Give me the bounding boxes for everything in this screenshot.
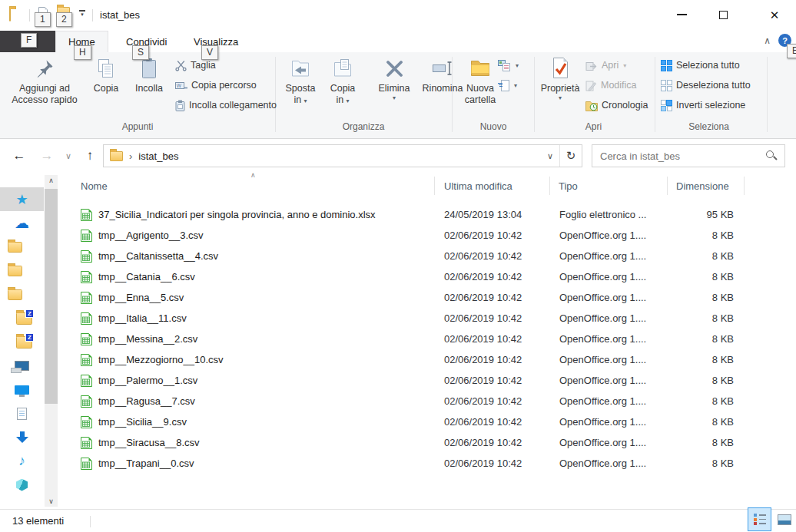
spreadsheet-file-icon	[81, 458, 92, 470]
nav-pane-item[interactable]	[0, 187, 44, 211]
nav-pane-item[interactable]	[0, 211, 44, 235]
breadcrumb-folder[interactable]: istat_bes	[138, 150, 178, 162]
scrollbar-thumb[interactable]	[45, 189, 58, 404]
recent-locations-dropdown[interactable]: ∨	[60, 144, 77, 167]
search-icon[interactable]	[764, 150, 778, 162]
search-input[interactable]	[592, 150, 764, 162]
column-header-size[interactable]: Dimensione	[676, 175, 729, 197]
copy-path-button[interactable]: W Copia percorso	[175, 77, 257, 94]
chevron-down-icon: ▾	[304, 97, 307, 104]
invert-selection-icon	[661, 100, 672, 111]
delete-button[interactable]: Elimina ▾	[371, 54, 417, 102]
nav-pane-item[interactable]	[0, 259, 44, 283]
deselect-all-button[interactable]: Deseleziona tutto	[661, 77, 751, 94]
nav-pane-item[interactable]	[0, 425, 44, 449]
nav-pane-item[interactable]	[0, 401, 44, 425]
file-row[interactable]: tmp__Italia__11.csv 02/06/2019 10:42 Ope…	[65, 308, 796, 329]
new-item-icon	[498, 60, 511, 71]
file-row[interactable]: tmp__Caltanissetta__4.csv 02/06/2019 10:…	[65, 246, 796, 266]
paste-shortcut-button[interactable]: Incolla collegamento	[175, 97, 277, 114]
spreadsheet-file-icon	[81, 437, 92, 449]
column-separator[interactable]	[549, 177, 550, 195]
up-button[interactable]: ↑	[78, 144, 101, 167]
column-separator[interactable]	[667, 177, 668, 195]
nav-pane-item[interactable]	[0, 378, 44, 401]
scroll-up-icon[interactable]: ∧	[45, 175, 58, 186]
file-type: OpenOffice.org 1....	[549, 437, 667, 448]
keytip-condividi: S	[132, 45, 149, 60]
forward-button[interactable]: →	[35, 144, 58, 167]
content-area: ∧ ∨ ∧ Nome Ultima modifica Tipo Dimensio…	[0, 173, 796, 509]
file-row[interactable]: tmp__Trapani__0.csv 02/06/2019 10:42 Ope…	[65, 453, 796, 474]
file-size: 8 KB	[667, 375, 744, 386]
nav-pane-item[interactable]	[0, 473, 44, 497]
nav-pane-item[interactable]	[0, 283, 44, 306]
file-type: OpenOffice.org 1....	[549, 354, 667, 365]
file-row[interactable]: tmp__Ragusa__7.csv 02/06/2019 10:42 Open…	[65, 391, 796, 411]
close-button[interactable]: ✕	[753, 0, 796, 29]
edit-button[interactable]: Modifica	[585, 77, 637, 94]
qat-customize-dropdown[interactable]: ▾	[78, 10, 86, 16]
keytip-file: F	[21, 33, 37, 48]
copy-to-button[interactable]: Copia in ▾	[323, 54, 363, 106]
file-row[interactable]: tmp__Agrigento__3.csv 02/06/2019 10:42 O…	[65, 225, 796, 246]
nav-pane-item[interactable]	[0, 306, 44, 330]
easy-access-button[interactable]: ▾	[498, 77, 517, 94]
file-modified: 02/06/2019 10:42	[434, 416, 549, 428]
file-type: OpenOffice.org 1....	[549, 230, 667, 241]
explorer-window: ▾ istat_bes 1 2 ✕ Home Condividi Visuali…	[0, 0, 796, 532]
file-row[interactable]: tmp__Siracusa__8.csv 02/06/2019 10:42 Op…	[65, 432, 796, 453]
svg-text:W: W	[177, 83, 182, 88]
pin-to-quick-access-button[interactable]: Aggiungi ad Accesso rapido	[6, 54, 83, 106]
breadcrumb-chevron-icon[interactable]: ›	[129, 150, 132, 162]
minimize-button[interactable]	[664, 0, 699, 29]
spreadsheet-file-icon	[81, 271, 92, 283]
file-row[interactable]: tmp__Mezzogiorno__10.csv 02/06/2019 10:4…	[65, 349, 796, 370]
file-row[interactable]: tmp__Palermo__1.csv 02/06/2019 10:42 Ope…	[65, 370, 796, 391]
spreadsheet-file-icon	[81, 250, 92, 263]
file-row[interactable]: tmp__Sicilia__9.csv 02/06/2019 10:42 Ope…	[65, 411, 796, 432]
file-modified: 02/06/2019 10:42	[434, 375, 549, 386]
back-button[interactable]: ←	[8, 144, 31, 167]
nav-pane-scrollbar[interactable]: ∧ ∨	[45, 175, 58, 507]
copy-button[interactable]: Copia	[86, 54, 126, 94]
zip-folder-icon	[16, 312, 32, 325]
file-size: 8 KB	[667, 416, 744, 428]
thumbnail-view-icon	[778, 514, 791, 525]
properties-button[interactable]: Proprietà ▾	[538, 54, 582, 102]
file-row[interactable]: tmp__Catania__6.csv 02/06/2019 10:42 Ope…	[65, 266, 796, 287]
maximize-button[interactable]	[705, 0, 741, 29]
new-item-button[interactable]: ▾	[498, 57, 519, 74]
nav-pane-item[interactable]	[0, 330, 44, 354]
file-row[interactable]: tmp__Messina__2.csv 02/06/2019 10:42 Ope…	[65, 329, 796, 349]
nav-pane-item[interactable]	[0, 235, 44, 259]
file-row[interactable]: tmp__Enna__5.csv 02/06/2019 10:42 OpenOf…	[65, 287, 796, 308]
address-bar[interactable]: › istat_bes ∨ ↻	[103, 144, 582, 167]
keytip-visualizza: V	[201, 45, 218, 60]
file-type: OpenOffice.org 1....	[549, 312, 667, 324]
select-all-button[interactable]: Seleziona tutto	[661, 57, 740, 74]
scroll-down-icon[interactable]: ∨	[45, 496, 58, 507]
move-to-button[interactable]: Sposta in ▾	[280, 54, 321, 106]
collapse-ribbon-icon[interactable]: ∧	[764, 35, 771, 46]
file-name: tmp__Ragusa__7.csv	[98, 395, 195, 407]
file-row[interactable]: 37_Sicilia_Indicatori per singola provin…	[65, 204, 796, 225]
refresh-button[interactable]: ↻	[560, 145, 582, 167]
thumbnail-view-button[interactable]	[775, 511, 793, 527]
file-modified: 02/06/2019 10:42	[434, 437, 549, 448]
nav-pane-item[interactable]	[0, 449, 44, 473]
column-separator[interactable]	[744, 177, 745, 195]
invert-selection-button[interactable]: Inverti selezione	[661, 97, 745, 114]
column-header-modified[interactable]: Ultima modifica	[444, 175, 512, 197]
column-header-type[interactable]: Tipo	[559, 175, 578, 197]
new-folder-button[interactable]: Nuova cartella	[458, 54, 502, 106]
details-view-button[interactable]	[748, 507, 771, 531]
column-header-name[interactable]: Nome	[81, 175, 108, 197]
nav-pane-item[interactable]	[0, 354, 44, 378]
address-history-dropdown[interactable]: ∨	[541, 145, 559, 167]
column-separator[interactable]	[434, 177, 435, 195]
window-folder-icon[interactable]	[9, 9, 11, 21]
group-label-nuovo: Nuovo	[458, 121, 529, 132]
history-button[interactable]: Cronologia	[585, 97, 648, 114]
open-button[interactable]: Apri ▾	[585, 57, 626, 74]
